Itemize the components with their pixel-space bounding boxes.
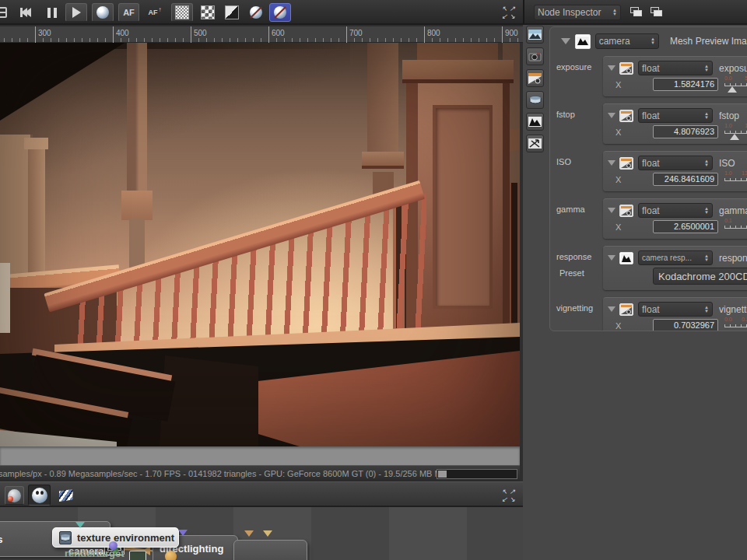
param-type-dropdown[interactable]: float ▲▼ bbox=[638, 203, 713, 218]
camera-node-image-icon bbox=[575, 34, 591, 49]
pin-teal-icon[interactable] bbox=[75, 522, 85, 528]
connector-orange-dot[interactable] bbox=[165, 551, 177, 560]
param-collapse-icon[interactable] bbox=[608, 65, 615, 71]
param-box: float ▲▼ ISO X 246.8461609 1.0 134. bbox=[603, 151, 747, 191]
param-type-dropdown[interactable]: float ▲▼ bbox=[638, 61, 713, 75]
preset-label: Preset bbox=[559, 268, 584, 278]
sphere-eyes-button[interactable] bbox=[28, 485, 51, 506]
slider-min: 0.0 bbox=[724, 75, 732, 81]
param-type-dropdown[interactable]: float ▲▼ bbox=[638, 302, 713, 317]
param-collapse-icon[interactable] bbox=[608, 113, 615, 118]
param-collapse-icon[interactable] bbox=[608, 208, 615, 213]
param-collapse-icon[interactable] bbox=[608, 306, 615, 312]
maximize-viewport-button[interactable]: ↖↗↙↘ bbox=[500, 3, 518, 22]
restart-render-button[interactable] bbox=[92, 3, 114, 22]
param-label: fstop bbox=[555, 103, 603, 144]
pin-purple-icon[interactable] bbox=[178, 530, 188, 536]
param-name: vignetting bbox=[719, 304, 747, 315]
node-icon-histogram[interactable] bbox=[526, 113, 544, 131]
spinner-arrows-icon: ▲▼ bbox=[612, 9, 617, 16]
node-icon-texture[interactable] bbox=[526, 135, 544, 152]
checker-fine-button[interactable] bbox=[171, 3, 193, 22]
node-texture-environment-label: texture environment bbox=[77, 532, 174, 544]
pin-tan-icon[interactable] bbox=[244, 530, 254, 537]
value-field[interactable]: 4.8076923 bbox=[653, 125, 718, 138]
spinner-icon: ▲▼ bbox=[704, 112, 709, 120]
grid-icon[interactable] bbox=[0, 3, 9, 22]
ruler-tick: 800 bbox=[424, 26, 440, 43]
nodegraph-toolbar: ↖↗↙↘ bbox=[0, 481, 523, 507]
skip-start-button[interactable] bbox=[16, 3, 36, 22]
checker-coarse-button[interactable] bbox=[198, 3, 218, 22]
duplicate-panel-icon[interactable] bbox=[651, 7, 663, 17]
maximize-nodegraph-button[interactable]: ↖↗↙↘ bbox=[500, 486, 518, 505]
red-dot-icon bbox=[8, 496, 13, 502]
param-name: ISO bbox=[719, 158, 747, 169]
spinner-icon: ▲▼ bbox=[704, 65, 709, 72]
striped-flag-button[interactable] bbox=[56, 486, 75, 505]
af-up-arrow-icon: ↑ bbox=[159, 6, 162, 13]
slider-marker[interactable] bbox=[728, 86, 737, 93]
ruler-tick: 600 bbox=[268, 26, 285, 43]
panel-selector-dropdown[interactable]: Node Inspector ▲▼ bbox=[534, 5, 621, 20]
spinner-icon: ▲▼ bbox=[704, 306, 709, 313]
value-field[interactable]: 246.8461609 bbox=[653, 173, 718, 186]
pause-button[interactable] bbox=[42, 3, 62, 22]
pin-yellow-icon[interactable] bbox=[263, 530, 272, 537]
mini-slider[interactable]: 0.1 bbox=[724, 220, 747, 234]
mini-slider[interactable]: 1.0 134. bbox=[724, 173, 747, 187]
ruler-tick: 400 bbox=[113, 26, 129, 43]
param-type-dropdown[interactable]: float ▲▼ bbox=[638, 108, 713, 123]
spinner-icon: ▲▼ bbox=[704, 159, 709, 167]
node-select-dropdown[interactable]: camera ▲▼ bbox=[595, 33, 659, 49]
play-button[interactable] bbox=[65, 3, 87, 22]
slider-rule bbox=[724, 226, 747, 229]
skip-tri-glyph2 bbox=[25, 8, 31, 17]
param-box: camera resp... ▲▼ response Preset Kodach… bbox=[603, 246, 747, 290]
node-icon-ramp[interactable] bbox=[526, 69, 544, 87]
eye-right bbox=[40, 491, 44, 495]
param-response: response camera resp... ▲▼ response bbox=[555, 246, 747, 290]
param-exposure: exposure float ▲▼ exposure bbox=[555, 56, 747, 96]
connector-purple-dot[interactable] bbox=[109, 541, 117, 550]
param-collapse-icon[interactable] bbox=[608, 255, 615, 261]
autofocus-button[interactable]: AF bbox=[118, 3, 139, 22]
mini-slider[interactable]: 0.0 5.3 bbox=[724, 78, 747, 92]
mini-slider[interactable]: 0.0 0.2 bbox=[724, 319, 747, 332]
collapse-triangle-icon[interactable] bbox=[561, 38, 570, 44]
curve-icon bbox=[619, 62, 633, 75]
status-text: samples/px - 0.89 Megasamples/sec - 1.70… bbox=[0, 469, 476, 478]
panel-selector-label: Node Inspector bbox=[538, 7, 601, 18]
node-icon-camera[interactable] bbox=[526, 47, 544, 65]
mini-slider[interactable]: 1.0 11.5 bbox=[724, 125, 747, 139]
param-type-value: camera resp... bbox=[642, 254, 692, 262]
split-preview-button[interactable] bbox=[222, 3, 242, 22]
value-field[interactable]: 0.7032967 bbox=[653, 319, 718, 331]
preset-dropdown[interactable]: Kodachrome 200CD bbox=[653, 268, 747, 285]
slider-marker[interactable] bbox=[730, 134, 739, 140]
material-preview-button[interactable] bbox=[5, 486, 24, 505]
value-field[interactable]: 1.5824176 bbox=[653, 78, 718, 91]
param-box: float ▲▼ fstop X 4.8076923 1.0 11.5 bbox=[603, 103, 747, 144]
slider-min: 1.0 bbox=[724, 123, 732, 128]
autofocus-pick-button[interactable]: AF ↑ bbox=[144, 3, 166, 22]
slider-max: 134. bbox=[742, 170, 747, 176]
render-viewport[interactable] bbox=[0, 43, 520, 446]
node-icon-film[interactable] bbox=[526, 91, 544, 109]
param-type-value: float bbox=[642, 63, 660, 74]
material-ball-active-button[interactable] bbox=[269, 3, 291, 22]
param-type-dropdown[interactable]: camera resp... ▲▼ bbox=[638, 250, 713, 265]
node-icon-image[interactable] bbox=[526, 26, 544, 44]
undock-panel-icon[interactable] bbox=[630, 7, 643, 17]
node-graph-canvas[interactable]: ens camera rendertarget directlighting t… bbox=[0, 507, 523, 560]
viewport-ruler: 300 400 500 600 700 800 900 bbox=[0, 26, 523, 43]
param-type-dropdown[interactable]: float ▲▼ bbox=[638, 156, 713, 170]
value-field[interactable]: 2.6500001 bbox=[653, 220, 718, 233]
af2-label: AF bbox=[149, 9, 158, 16]
param-collapse-icon[interactable] bbox=[608, 160, 615, 166]
render-status-bar: samples/px - 0.89 Megasamples/sec - 1.70… bbox=[0, 465, 520, 481]
film-icon bbox=[59, 531, 72, 544]
node-partial-right[interactable] bbox=[233, 540, 307, 560]
af-label: AF bbox=[123, 8, 135, 17]
material-ball-button[interactable] bbox=[245, 3, 267, 22]
